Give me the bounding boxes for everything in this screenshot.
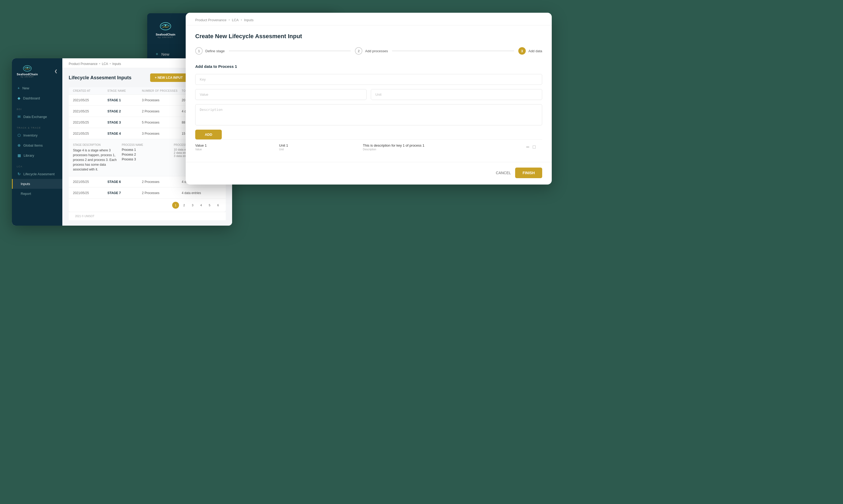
expanded-stage-desc-col: Stage description Stage 4 is a stage whe… — [73, 143, 118, 172]
sidebar: SeafoodChain by UNISOT ❮ + New ◆ Dashboa… — [12, 58, 62, 226]
main-footer: 2021 © UNISOT — [69, 212, 226, 220]
entry-unit-cell: Unit 1 Unit — [279, 143, 358, 151]
bg-logo-text: SeafoodChain — [156, 33, 175, 36]
row6-stage: STAGE 7 — [107, 191, 142, 195]
page-2-button[interactable]: 2 — [181, 202, 188, 209]
sidebar-track-trace-label: TRACK & TRACE — [12, 124, 62, 130]
sidebar-lca-section: LCA ↻ Lifecycle Assesment Inputs Report — [12, 161, 62, 200]
page-5-button[interactable]: 5 — [206, 202, 213, 209]
step-line-1 — [229, 51, 351, 51]
unit-input[interactable] — [371, 89, 542, 100]
sidebar-item-global-items[interactable]: ⊕ Global Items — [12, 140, 62, 150]
breadcrumb-lca: LCA — [102, 62, 108, 66]
cancel-button[interactable]: CANCEL — [496, 171, 511, 175]
entry-edit-icon[interactable]: ✏ — [526, 145, 530, 149]
table-row: 2021/05/25 STAGE 7 2 Processes 4 data en… — [69, 187, 226, 199]
new-lca-input-button[interactable]: + NEW LCA INPUT — [150, 73, 188, 82]
sidebar-app-subtext: by UNISOT — [21, 76, 34, 78]
rp-breadcrumb-product-provenance: Product Provenance — [195, 18, 227, 22]
entry-actions: ✏ ☐ — [526, 145, 542, 149]
step-3-label: Add data — [528, 49, 542, 53]
add-button[interactable]: ADD — [195, 130, 222, 140]
entry-value-cell: Value 1 Value — [195, 143, 275, 151]
breadcrumb-sep-1: • — [99, 62, 100, 66]
key-input[interactable] — [195, 74, 542, 85]
row5-date: 2021/05/25 — [73, 180, 107, 184]
row3-stage: STAGE 3 — [107, 121, 142, 124]
col-num-processes: Number of processes — [142, 89, 182, 92]
row3-date: 2021/05/25 — [73, 121, 107, 124]
row6-date: 2021/05/25 — [73, 191, 107, 195]
bg-logo: SeafoodChain by UNISOT — [156, 21, 175, 38]
page-title: Lifecycle Assesment Inputs — [69, 75, 131, 80]
pagination: 1 2 3 4 5 6 — [69, 199, 226, 212]
expanded-process-names-col: Process name Process 1 Process 2 Process… — [122, 143, 170, 172]
row4-date: 2021/05/25 — [73, 132, 107, 136]
value-input[interactable] — [195, 89, 367, 100]
sidebar-logo-area: SeafoodChain by UNISOT ❮ — [12, 58, 62, 82]
form-section-title: Add data to Process 1 — [195, 64, 542, 69]
entry-value-label: Value — [195, 148, 275, 151]
row1-processes: 3 Processes — [142, 98, 182, 102]
process-3-name: Process 3 — [122, 158, 170, 161]
row2-processes: 2 Processes — [142, 109, 182, 113]
row5-stage: STAGE 6 — [107, 180, 142, 184]
sidebar-item-report[interactable]: Report — [12, 189, 62, 199]
entry-delete-icon[interactable]: ☐ — [532, 145, 536, 149]
row1-date: 2021/05/25 — [73, 98, 107, 102]
step-1-label: Define stage — [205, 49, 225, 53]
sidebar-bdi-section: BDI ✉ Data Exchange — [12, 104, 62, 123]
sidebar-item-new[interactable]: + New — [12, 83, 62, 93]
row4-stage: STAGE 4 — [107, 132, 142, 136]
create-lca-panel: Product Provenance • LCA • Inputs Create… — [186, 13, 552, 184]
stage-desc-label: Stage description — [73, 143, 118, 146]
sidebar-item-lifecycle-assesment[interactable]: ↻ Lifecycle Assesment — [12, 169, 62, 179]
breadcrumb-sep-2: • — [109, 62, 111, 66]
stepper: 1 Define stage 2 Add processes 3 Add dat… — [195, 47, 542, 55]
page-3-button[interactable]: 3 — [189, 202, 196, 209]
step-line-2 — [392, 51, 514, 51]
entry-value: Value 1 — [195, 143, 275, 147]
sidebar-item-dashboard[interactable]: ◆ Dashboard — [12, 93, 62, 103]
entry-description-label: Description — [363, 148, 522, 151]
finish-button[interactable]: FINISH — [515, 167, 542, 178]
sidebar-bdi-label: BDI — [12, 105, 62, 112]
page-4-button[interactable]: 4 — [198, 202, 205, 209]
row5-processes: 2 Processes — [142, 180, 182, 184]
rp-breadcrumb-inputs: Inputs — [244, 18, 253, 22]
sidebar-app-name: SeafoodChain — [17, 73, 38, 76]
sidebar-collapse-button[interactable]: ❮ — [54, 69, 57, 73]
rp-sep-2: • — [241, 18, 242, 22]
process-2-name: Process 2 — [122, 153, 170, 157]
row1-stage: STAGE 1 — [107, 98, 142, 102]
step-3-number: 3 — [518, 47, 526, 55]
page-6-button[interactable]: 6 — [215, 202, 222, 209]
sidebar-item-data-exchange[interactable]: ✉ Data Exchange — [12, 112, 62, 122]
right-panel-body: Create New Lifecycle Assesment Input 1 D… — [186, 25, 552, 162]
right-panel-breadcrumb: Product Provenance • LCA • Inputs — [186, 13, 552, 25]
process-name-label: Process name — [122, 143, 170, 146]
sidebar-item-inputs[interactable]: Inputs — [12, 179, 62, 189]
col-created-at: Created at — [73, 89, 107, 92]
row2-stage: STAGE 2 — [107, 109, 142, 113]
sidebar-item-library[interactable]: ▦ Library — [12, 150, 62, 160]
bg-logo-subtext: by UNISOT — [158, 36, 174, 38]
description-input[interactable] — [195, 104, 542, 125]
value-unit-row — [195, 89, 542, 100]
row2-date: 2021/05/25 — [73, 109, 107, 113]
entry-unit-label: Unit — [279, 148, 358, 151]
row6-data: 4 data entries — [182, 191, 224, 195]
entry-description-cell: This is description for key 1 of process… — [363, 143, 522, 151]
svg-point-3 — [27, 67, 28, 68]
stage-desc-value: Stage 4 is a stage where 3 processes hap… — [73, 148, 118, 172]
sidebar-item-inventory[interactable]: ⬡ Inventory — [12, 130, 62, 140]
row4-processes: 3 Processes — [142, 132, 182, 136]
panel-footer: CANCEL FINISH — [186, 162, 552, 184]
row3-processes: 5 Processes — [142, 121, 182, 124]
row6-processes: 2 Processes — [142, 191, 182, 195]
breadcrumb-product-provenance: Product Provenance — [69, 62, 98, 66]
sidebar-lca-label: LCA — [12, 163, 62, 169]
page-1-button[interactable]: 1 — [172, 202, 179, 209]
breadcrumb-inputs: Inputs — [112, 62, 121, 66]
rp-sep-1: • — [229, 18, 230, 22]
